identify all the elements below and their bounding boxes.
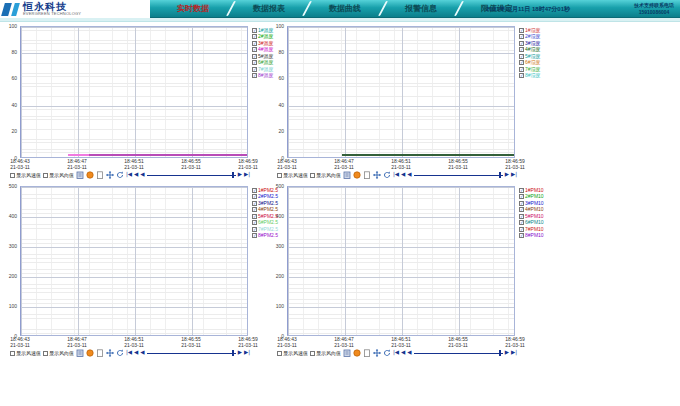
page-icon[interactable]: [363, 349, 371, 357]
move-icon[interactable]: [373, 349, 381, 357]
legend-item[interactable]: ✓2#PM10: [519, 194, 565, 200]
tab-data-curve[interactable]: 数据曲线: [310, 0, 380, 17]
checkbox-box[interactable]: [310, 351, 315, 356]
legend-checkbox[interactable]: ✓: [252, 207, 257, 212]
step-back-button[interactable]: ◀: [140, 172, 144, 178]
legend-checkbox[interactable]: ✓: [252, 214, 257, 219]
legend-checkbox[interactable]: ✓: [252, 73, 257, 78]
step-forward-button[interactable]: ▶: [505, 172, 509, 178]
clipboard-icon[interactable]: [76, 171, 84, 179]
skip-end-button[interactable]: ▶|: [511, 350, 517, 356]
step-back-button[interactable]: ◀: [407, 350, 411, 356]
wind-speed-checkbox[interactable]: 显示风速值: [10, 350, 41, 356]
legend-item[interactable]: ✓2#湿度: [519, 34, 565, 40]
wind-speed-checkbox[interactable]: 显示风速值: [277, 172, 308, 178]
checkbox-box[interactable]: [10, 173, 15, 178]
legend-checkbox[interactable]: ✓: [519, 54, 524, 59]
legend-checkbox[interactable]: ✓: [519, 28, 524, 33]
tab-data-report[interactable]: 数据报表: [234, 0, 304, 17]
slider-handle[interactable]: [232, 172, 234, 178]
legend-checkbox[interactable]: ✓: [519, 73, 524, 78]
legend-checkbox[interactable]: ✓: [252, 67, 257, 72]
legend-checkbox[interactable]: ✓: [252, 28, 257, 33]
step-forward-button[interactable]: ▶: [238, 350, 242, 356]
skip-end-button[interactable]: ▶|: [244, 172, 250, 178]
move-icon[interactable]: [373, 171, 381, 179]
checkbox-box[interactable]: [277, 173, 282, 178]
checkbox-box[interactable]: [43, 173, 48, 178]
wind-speed-checkbox[interactable]: 显示风速值: [10, 172, 41, 178]
step-forward-button[interactable]: ▶: [505, 350, 509, 356]
plot-area-pm10[interactable]: [287, 186, 515, 336]
legend-checkbox[interactable]: ✓: [252, 220, 257, 225]
legend-item[interactable]: ✓8#PM10: [519, 233, 565, 239]
legend-checkbox[interactable]: ✓: [519, 41, 524, 46]
timeline-slider[interactable]: [414, 350, 503, 356]
refresh-icon[interactable]: [383, 349, 391, 357]
wind-direction-checkbox[interactable]: 显示风向值: [43, 350, 74, 356]
step-forward-button[interactable]: ▶: [238, 172, 242, 178]
slider-handle[interactable]: [232, 350, 234, 356]
timeline-slider[interactable]: [147, 172, 236, 178]
legend-checkbox[interactable]: ✓: [519, 201, 524, 206]
skip-start-button[interactable]: |◀: [393, 350, 399, 356]
fast-back-button[interactable]: ◀: [134, 172, 138, 178]
step-back-button[interactable]: ◀: [407, 172, 411, 178]
record-icon[interactable]: [353, 171, 361, 179]
legend-item[interactable]: ✓6#湿度: [519, 60, 565, 66]
move-icon[interactable]: [106, 349, 114, 357]
wind-speed-checkbox[interactable]: 显示风速值: [277, 350, 308, 356]
legend-checkbox[interactable]: ✓: [519, 214, 524, 219]
legend-item[interactable]: ✓4#PM10: [519, 207, 565, 213]
skip-start-button[interactable]: |◀: [393, 172, 399, 178]
legend-item[interactable]: ✓4#湿度: [519, 47, 565, 53]
move-icon[interactable]: [106, 171, 114, 179]
legend-checkbox[interactable]: ✓: [519, 67, 524, 72]
record-icon[interactable]: [86, 171, 94, 179]
legend-checkbox[interactable]: ✓: [252, 60, 257, 65]
page-icon[interactable]: [96, 171, 104, 179]
legend-checkbox[interactable]: ✓: [519, 220, 524, 225]
legend-checkbox[interactable]: ✓: [519, 60, 524, 65]
checkbox-box[interactable]: [10, 351, 15, 356]
page-icon[interactable]: [96, 349, 104, 357]
timeline-slider[interactable]: [414, 172, 503, 178]
record-icon[interactable]: [86, 349, 94, 357]
legend-checkbox[interactable]: ✓: [519, 47, 524, 52]
plot-area-humidity[interactable]: [287, 26, 515, 158]
legend-item[interactable]: ✓6#PM10: [519, 220, 565, 226]
timeline-slider[interactable]: [147, 350, 236, 356]
legend-checkbox[interactable]: ✓: [252, 188, 257, 193]
legend-checkbox[interactable]: ✓: [519, 34, 524, 39]
legend-checkbox[interactable]: ✓: [252, 227, 257, 232]
clipboard-icon[interactable]: [76, 349, 84, 357]
skip-start-button[interactable]: |◀: [126, 350, 132, 356]
slider-handle[interactable]: [499, 172, 501, 178]
legend-checkbox[interactable]: ✓: [519, 233, 524, 238]
checkbox-box[interactable]: [310, 173, 315, 178]
legend-checkbox[interactable]: ✓: [252, 201, 257, 206]
fast-back-button[interactable]: ◀: [401, 172, 405, 178]
legend-item[interactable]: ✓8#湿度: [519, 73, 565, 79]
skip-start-button[interactable]: |◀: [126, 172, 132, 178]
legend-checkbox[interactable]: ✓: [252, 34, 257, 39]
legend-checkbox[interactable]: ✓: [519, 207, 524, 212]
fast-back-button[interactable]: ◀: [134, 350, 138, 356]
fast-back-button[interactable]: ◀: [401, 350, 405, 356]
step-back-button[interactable]: ◀: [140, 350, 144, 356]
tab-alarm-info[interactable]: 报警信息: [386, 0, 456, 17]
clipboard-icon[interactable]: [343, 171, 351, 179]
legend-checkbox[interactable]: ✓: [519, 227, 524, 232]
page-icon[interactable]: [363, 171, 371, 179]
legend-checkbox[interactable]: ✓: [252, 41, 257, 46]
legend-checkbox[interactable]: ✓: [252, 47, 257, 52]
slider-handle[interactable]: [499, 350, 501, 356]
wind-direction-checkbox[interactable]: 显示风向值: [43, 172, 74, 178]
legend-checkbox[interactable]: ✓: [519, 194, 524, 199]
checkbox-box[interactable]: [43, 351, 48, 356]
legend-checkbox[interactable]: ✓: [252, 54, 257, 59]
skip-end-button[interactable]: ▶|: [511, 172, 517, 178]
tab-realtime-data[interactable]: 实时数据: [158, 0, 228, 17]
wind-direction-checkbox[interactable]: 显示风向值: [310, 172, 341, 178]
refresh-icon[interactable]: [116, 171, 124, 179]
